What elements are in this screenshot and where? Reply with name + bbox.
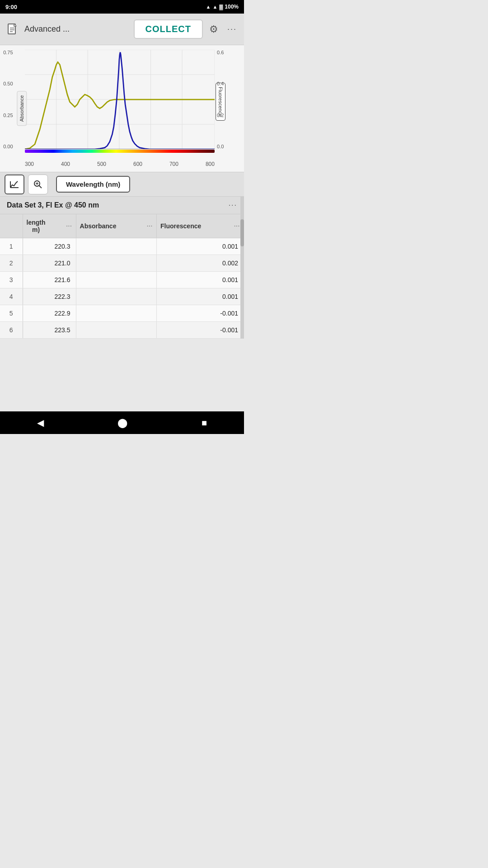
absorbance-cell <box>76 322 156 339</box>
fluorescence-curve <box>25 52 215 150</box>
absorbance-cell <box>76 305 156 322</box>
more-options-button[interactable]: ··· <box>225 22 239 37</box>
status-icons: 100% <box>206 4 239 10</box>
row-num-cell: 3 <box>0 272 23 288</box>
ytick-left-0: 0.75 <box>3 50 13 55</box>
wavelength-cell: 221.6 <box>23 272 76 288</box>
scrollbar-thumb[interactable] <box>240 219 244 246</box>
table-row: 1 220.3 0.001 <box>0 238 244 255</box>
table-body: 1 220.3 0.001 2 221.0 0.002 3 221.6 0.00… <box>0 238 244 339</box>
advanced-label: Advanced ... <box>24 24 130 34</box>
absorbance-cell <box>76 288 156 305</box>
fluorescence-cell: 0.001 <box>157 288 244 305</box>
ytick-right-0: 0.6 <box>217 50 224 55</box>
recents-button[interactable]: ■ <box>192 414 216 432</box>
ytick-right-3: 0.0 <box>217 144 224 149</box>
table-wrapper: lengthm) ··· Absorbance ··· Fluorescence <box>0 214 244 339</box>
battery-icon <box>219 4 223 10</box>
collect-button[interactable]: COLLECT <box>134 19 203 39</box>
wavelength-header: lengthm) ··· <box>23 214 76 238</box>
wifi-icon <box>206 4 211 10</box>
chart-tool-button[interactable] <box>5 175 24 194</box>
row-num-cell: 4 <box>0 288 23 305</box>
y-axis-left: Absorbance <box>0 45 23 172</box>
wavelength-cell: 222.3 <box>23 288 76 305</box>
y-axis-right: Fluorescence <box>217 45 244 158</box>
chart-line-icon <box>9 179 19 189</box>
row-num-cell: 2 <box>0 255 23 272</box>
x-tick-2: 500 <box>97 161 106 167</box>
search-zoom-icon <box>33 179 43 189</box>
x-tick-4: 700 <box>169 161 178 167</box>
settings-button[interactable]: ⚙ <box>206 21 221 38</box>
table-row: 3 221.6 0.001 <box>0 272 244 288</box>
x-tick-3: 600 <box>133 161 142 167</box>
top-bar: Advanced ... COLLECT ⚙ ··· <box>0 14 244 45</box>
fluorescence-cell: -0.001 <box>157 322 244 339</box>
x-axis: 300 400 500 600 700 800 <box>25 161 215 167</box>
table-row: 5 222.9 -0.001 <box>0 305 244 322</box>
wavelength-cell: 223.5 <box>23 322 76 339</box>
fluorescence-cell: 0.001 <box>157 272 244 288</box>
status-bar: 9:00 100% <box>0 0 244 14</box>
row-num-header <box>0 214 23 238</box>
x-tick-0: 300 <box>25 161 34 167</box>
chart-plot <box>25 50 215 149</box>
svg-line-19 <box>39 185 42 188</box>
chart-svg <box>25 50 215 149</box>
wavelength-button[interactable]: Wavelength (nm) <box>56 176 130 193</box>
fluorescence-cell: 0.001 <box>157 238 244 255</box>
home-button[interactable]: ⬤ <box>108 414 136 432</box>
spectrum-bar <box>25 150 215 153</box>
table-row: 4 222.3 0.001 <box>0 288 244 305</box>
table-header-row: lengthm) ··· Absorbance ··· Fluorescence <box>0 214 244 238</box>
chart-area: Absorbance Fluorescence 0.75 0.50 0.25 0… <box>0 45 244 172</box>
ytick-right-2: 0.2 <box>217 113 224 118</box>
x-tick-5: 800 <box>206 161 215 167</box>
absorbance-cell <box>76 255 156 272</box>
absorbance-curve <box>25 62 215 150</box>
data-table-container: Data Set 3, Fl Ex @ 450 nm ··· lengthm) … <box>0 197 244 339</box>
battery-label: 100% <box>225 4 239 10</box>
ytick-left-2: 0.25 <box>3 113 13 118</box>
time-label: 9:00 <box>5 4 17 10</box>
zoom-tool-button[interactable] <box>28 175 48 194</box>
x-tick-1: 400 <box>61 161 70 167</box>
bottom-nav: ◀ ⬤ ■ <box>0 411 244 434</box>
row-num-cell: 6 <box>0 322 23 339</box>
row-num-cell: 1 <box>0 238 23 255</box>
table-row: 2 221.0 0.002 <box>0 255 244 272</box>
wavelength-cell: 221.0 <box>23 255 76 272</box>
fluorescence-cell: -0.001 <box>157 305 244 322</box>
back-button[interactable]: ◀ <box>28 414 53 432</box>
ytick-right-1: 0.4 <box>217 81 224 86</box>
table-row: 6 223.5 -0.001 <box>0 322 244 339</box>
absorbance-header: Absorbance ··· <box>76 214 156 238</box>
ytick-left-1: 0.50 <box>3 81 13 86</box>
dataset-title: Data Set 3, Fl Ex @ 450 nm <box>7 201 99 209</box>
toolbar: Wavelength (nm) <box>0 172 244 197</box>
scrollbar-track[interactable] <box>240 197 244 339</box>
wavelength-cell: 220.3 <box>23 238 76 255</box>
absorbance-cell <box>76 238 156 255</box>
row-num-cell: 5 <box>0 305 23 322</box>
document-icon[interactable] <box>5 21 21 38</box>
absorbance-cell <box>76 272 156 288</box>
wavelength-cell: 222.9 <box>23 305 76 322</box>
signal-icon <box>212 4 217 10</box>
fluorescence-header: Fluorescence ··· <box>157 214 244 238</box>
dataset-more-button[interactable]: ··· <box>229 201 237 209</box>
data-table: lengthm) ··· Absorbance ··· Fluorescence <box>0 214 244 339</box>
dataset-header: Data Set 3, Fl Ex @ 450 nm ··· <box>0 197 244 214</box>
fluorescence-cell: 0.002 <box>157 255 244 272</box>
ytick-left-3: 0.00 <box>3 144 13 149</box>
